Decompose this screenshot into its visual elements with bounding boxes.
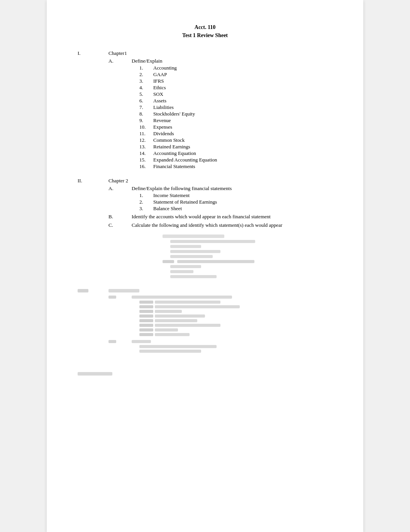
item-num: 7. (139, 104, 153, 110)
item-num: 6. (139, 98, 153, 104)
item-num: 3. (139, 206, 153, 212)
section-2-title: Chapter 2 (108, 178, 332, 184)
item-text: Income Statement (153, 192, 190, 199)
section-1-title: Chapter1 (108, 50, 332, 56)
list-item: 4. Ethics (132, 85, 332, 91)
list-item: 9. Revenue (132, 117, 332, 124)
subsection-2b-title: Identify the accounts which would appear… (132, 214, 332, 220)
item-num: 12. (139, 137, 153, 143)
list-item: 10. Expenses (132, 124, 332, 130)
item-num: 14. (139, 150, 153, 156)
item-num: 13. (139, 144, 153, 150)
subsection-2a: A. Define/Explain the following financia… (108, 185, 332, 212)
list-item: 8. Stockholders' Equity (132, 111, 332, 117)
blurred-data-section-1 (108, 235, 332, 278)
item-num: 4. (139, 85, 153, 91)
subsection-2b-marker: B. (108, 214, 132, 221)
header-line1: Acct. 110 (78, 23, 332, 31)
item-text: Expenses (153, 124, 172, 130)
footer-blurred (78, 372, 332, 376)
list-item: 12. Common Stock (132, 137, 332, 143)
list-item: 7. Liabilities (132, 104, 332, 110)
subsection-2a-content: Define/Explain the following financial s… (132, 185, 332, 212)
header-line2: Test 1 Review Sheet (78, 31, 332, 39)
header-title: Acct. 110 Test 1 Review Sheet (78, 23, 332, 39)
subsection-2c-title: Calculate the following and identify whi… (132, 222, 332, 228)
item-text: Accounting Equation (153, 150, 196, 156)
item-num: 8. (139, 111, 153, 117)
section-2: II. Chapter 2 A. Define/Explain the foll… (78, 178, 332, 282)
section-1: I. Chapter1 A. Define/Explain 1. Account… (78, 50, 332, 171)
subsection-2c: C. Calculate the following and identify … (108, 222, 332, 229)
item-text: Statement of Retained Earnings (153, 199, 217, 205)
item-text: IFRS (153, 78, 164, 84)
subsection-2b-content: Identify the accounts which would appear… (132, 214, 332, 221)
item-text: Expanded Accounting Equation (153, 157, 217, 163)
item-text: Stockholders' Equity (153, 111, 195, 117)
item-num: 1. (139, 65, 153, 71)
item-num: 16. (139, 163, 153, 170)
subsection-2c-content: Calculate the following and identify whi… (132, 222, 332, 229)
item-text: Liabilities (153, 104, 174, 110)
item-num: 2. (139, 199, 153, 205)
item-text: Dividends (153, 131, 174, 137)
item-text: Revenue (153, 117, 171, 124)
list-item: 1. Accounting (132, 65, 332, 71)
item-num: 5. (139, 91, 153, 97)
item-num: 11. (139, 131, 153, 137)
item-text: Accounting (153, 65, 177, 71)
item-num: 1. (139, 192, 153, 199)
list-item: 13. Retained Earnings (132, 144, 332, 150)
item-text: Retained Earnings (153, 144, 190, 150)
item-text: GAAP (153, 71, 167, 78)
item-text: Financial Statements (153, 163, 195, 170)
item-text: Balance Sheet (153, 206, 182, 212)
list-item: 2. GAAP (132, 71, 332, 78)
document-header: Acct. 110 Test 1 Review Sheet (78, 23, 332, 39)
item-num: 9. (139, 117, 153, 124)
item-num: 10. (139, 124, 153, 130)
section-3-blurred (78, 289, 332, 357)
item-text: Assets (153, 98, 166, 104)
list-item: 11. Dividends (132, 131, 332, 137)
section-2-marker: II. (78, 178, 108, 282)
subsection-2a-title: Define/Explain the following financial s… (132, 185, 332, 192)
subsection-1a-title: Define/Explain (132, 58, 332, 64)
section-3-row (78, 289, 332, 357)
list-item: 6. Assets (132, 98, 332, 104)
section-1-content: Chapter1 A. Define/Explain 1. Accounting… (108, 50, 332, 171)
subsection-1a-marker: A. (108, 58, 132, 170)
list-item: 2. Statement of Retained Earnings (132, 199, 332, 205)
item-num: 2. (139, 71, 153, 78)
item-text: SOX (153, 91, 163, 97)
subsection-1a: A. Define/Explain 1. Accounting 2. GAAP (108, 58, 332, 170)
list-item: 16. Financial Statements (132, 163, 332, 170)
item-text: Ethics (153, 85, 166, 91)
item-num: 3. (139, 78, 153, 84)
list-item: 14. Accounting Equation (132, 150, 332, 156)
page: Acct. 110 Test 1 Review Sheet I. Chapter… (47, 0, 363, 532)
item-num: 15. (139, 157, 153, 163)
item-text: Common Stock (153, 137, 185, 143)
subsection-1a-content: Define/Explain 1. Accounting 2. GAAP 3. (132, 58, 332, 170)
list-item: 3. IFRS (132, 78, 332, 84)
section-2-content: Chapter 2 A. Define/Explain the followin… (108, 178, 332, 282)
subsection-2c-marker: C. (108, 222, 132, 229)
list-item: 5. SOX (132, 91, 332, 97)
list-item: 3. Balance Sheet (132, 206, 332, 212)
blurred-table-1 (139, 235, 332, 278)
define-explain-list: 1. Accounting 2. GAAP 3. IFRS 4. (132, 65, 332, 170)
subsection-2b: B. Identify the accounts which would app… (108, 214, 332, 221)
section-3-content-blurred (108, 289, 332, 357)
section-1-marker: I. (78, 50, 108, 171)
subsection-2a-marker: A. (108, 185, 132, 212)
list-item: 15. Expanded Accounting Equation (132, 157, 332, 163)
list-item: 1. Income Statement (132, 192, 332, 199)
section-3-marker-blurred (78, 289, 108, 357)
